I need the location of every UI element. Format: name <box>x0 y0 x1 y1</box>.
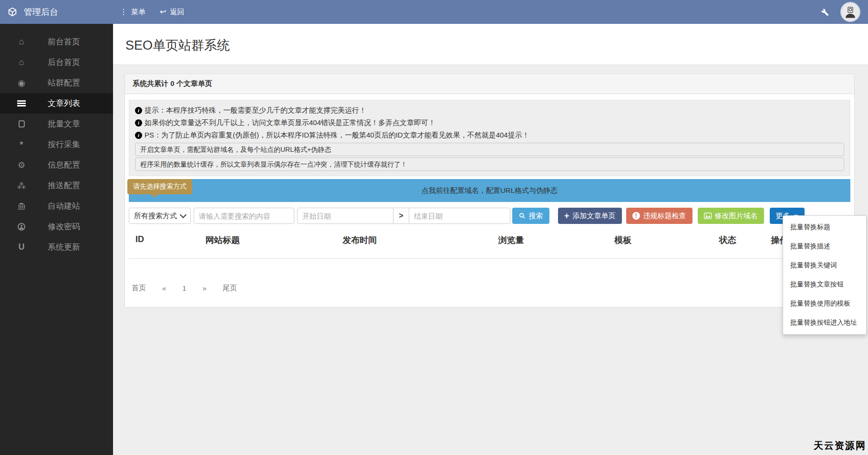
sidebar-item-label: 修改密码 <box>48 221 80 232</box>
menu-item-replace-button-url[interactable]: 批量替换按钮进入地址 <box>783 313 866 332</box>
menu-item-replace-title[interactable]: 批量替换标题 <box>783 218 866 237</box>
end-date-input[interactable] <box>409 208 510 224</box>
sidebar-nav: ⌂ 前台首页 ⌂ 后台首页 ◉ 站群配置 文章列表 批量文章 * 按行采集 ⚙ … <box>0 24 113 455</box>
update-icon: U <box>14 242 29 252</box>
top-navbar: 管理后台 ⋮ 菜单 ↩ 返回 <box>0 0 868 24</box>
title-check-button[interactable]: ! 违规标题检查 <box>626 208 692 224</box>
user-avatar[interactable] <box>840 2 860 22</box>
book-icon <box>14 120 29 127</box>
sidebar-item-label: 站群配置 <box>48 77 80 88</box>
panel-body: i 提示：本程序技巧特殊，一般需要至少几千的文章才能支撑完美运行！ i 如果你的… <box>125 94 854 307</box>
watermark: 天云资源网 <box>814 439 866 452</box>
tip-text: 提示：本程序技巧特殊，一般需要至少几千的文章才能支撑完美运行！ <box>145 104 366 116</box>
info-icon: i <box>135 119 142 127</box>
column-header-template: 模板 <box>562 234 684 246</box>
configure-domain-banner[interactable]: 点我前往配置域名，配置URL格式与伪静态 <box>129 179 850 202</box>
start-date-input[interactable] <box>297 208 393 224</box>
sidebar-item-push-config[interactable]: ⁂ 推送配置 <box>0 175 113 196</box>
menu-item-replace-description[interactable]: 批量替换描述 <box>783 237 866 256</box>
sidebar-item-article-list[interactable]: 文章列表 <box>0 93 113 114</box>
pagination-last[interactable]: 尾页 <box>223 284 237 293</box>
search-toolbar: 所有搜索方式 > 搜索 + 添加文章单页 <box>129 208 850 224</box>
menu-item-replace-keywords[interactable]: 批量替换关键词 <box>783 256 866 275</box>
exclamation-circle-icon: ! <box>632 212 640 220</box>
date-range-group: > <box>297 208 510 224</box>
sidebar-item-line-collect[interactable]: * 按行采集 <box>0 134 113 155</box>
sidebar-item-admin-home[interactable]: ⌂ 后台首页 <box>0 52 113 73</box>
column-header-id: ID <box>129 234 186 246</box>
gear-icon: ⚙ <box>14 160 29 170</box>
pagination-next[interactable]: » <box>203 284 207 292</box>
sidebar-item-label: 系统更新 <box>48 242 80 253</box>
menu-toggle-button[interactable]: ⋮ 菜单 <box>120 8 145 17</box>
magnifier-icon <box>519 212 526 219</box>
add-article-label: 添加文章单页 <box>573 212 616 221</box>
plus-icon: + <box>564 212 569 220</box>
cube-icon <box>7 7 18 17</box>
tip-text: 如果你的文章量达不到几千以上，访问文章单页显示404错误是正常情况！多弄点文章即… <box>145 116 435 129</box>
table-header-row: ID 网站标题 发布时间 浏览量 模板 状态 操作 <box>129 232 850 259</box>
back-button[interactable]: ↩ 返回 <box>160 8 184 17</box>
page-title: SEO单页站群系统 <box>125 37 868 54</box>
pagination-page-1[interactable]: 1 <box>182 284 186 292</box>
menu-label: 菜单 <box>131 8 145 17</box>
image-domain-button[interactable]: 修改图片域名 <box>698 208 764 224</box>
sidebar-item-auto-build[interactable]: 自动建站 <box>0 196 113 216</box>
globe-icon: ◉ <box>14 78 29 88</box>
date-separator: > <box>393 208 409 224</box>
sidebar-item-label: 信息配置 <box>48 159 80 170</box>
search-mode-value: 所有搜索方式 <box>134 212 177 221</box>
pagination-first[interactable]: 首页 <box>132 284 146 293</box>
wrench-icon[interactable] <box>821 8 829 16</box>
sidebar-item-label: 前台首页 <box>48 36 80 47</box>
user-icon <box>14 223 29 231</box>
tip-line: i PS：为了防止单页内容重复(伪原创)，所以本程序ID算法特殊，一般第40页后… <box>135 129 844 141</box>
image-icon <box>704 212 712 219</box>
tip-line: i 提示：本程序技巧特殊，一般需要至少几千的文章才能支撑完美运行！ <box>135 104 844 116</box>
image-domain-label: 修改图片域名 <box>715 212 758 221</box>
search-mode-select[interactable]: 所有搜索方式 <box>129 208 191 224</box>
paw-icon: ⁂ <box>14 180 29 191</box>
dots-icon: ⋮ <box>120 8 127 16</box>
tips-well: i 提示：本程序技巧特殊，一般需要至少几千的文章才能支撑完美运行！ i 如果你的… <box>129 100 850 176</box>
sidebar-item-label: 按行采集 <box>48 139 80 150</box>
home-icon: ⌂ <box>14 37 29 47</box>
search-mode-tooltip: 请先选择搜索方式 <box>127 179 192 194</box>
reply-icon: ↩ <box>160 8 166 16</box>
main-content: SEO单页站群系统 系统共累计 0 个文章单页 i 提示：本程序技巧特殊，一般需… <box>113 24 868 455</box>
add-article-button[interactable]: + 添加文章单页 <box>558 208 622 224</box>
search-button[interactable]: 搜索 <box>512 208 549 224</box>
back-label: 返回 <box>170 8 184 17</box>
app-title: 管理后台 <box>24 6 58 18</box>
app-brand[interactable]: 管理后台 <box>0 6 113 18</box>
search-input[interactable] <box>194 208 294 224</box>
articles-panel: 系统共累计 0 个文章单页 i 提示：本程序技巧特殊，一般需要至少几千的文章才能… <box>124 74 855 307</box>
column-header-title: 网站标题 <box>186 234 258 246</box>
tip-text: PS：为了防止单页内容重复(伪原创)，所以本程序ID算法特殊，一般第40页后的I… <box>145 129 529 141</box>
menu-item-replace-article-button[interactable]: 批量替换文章按钮 <box>783 275 866 294</box>
chevron-down-icon <box>180 212 186 218</box>
menu-item-replace-template[interactable]: 批量替换使用的模板 <box>783 294 866 313</box>
column-header-status: 状态 <box>684 234 771 246</box>
sidebar-item-front-home[interactable]: ⌂ 前台首页 <box>0 32 113 52</box>
sidebar-item-sites-config[interactable]: ◉ 站群配置 <box>0 73 113 93</box>
pagination-prev[interactable]: « <box>162 284 166 292</box>
sidebar-item-change-password[interactable]: 修改密码 <box>0 216 113 237</box>
sidebar-item-label: 推送配置 <box>48 180 80 191</box>
sidebar-item-batch-articles[interactable]: 批量文章 <box>0 114 113 134</box>
sidebar-item-info-config[interactable]: ⚙ 信息配置 <box>0 155 113 175</box>
title-bar: SEO单页站群系统 <box>113 24 868 65</box>
asterisk-icon: * <box>14 142 29 147</box>
column-header-views: 浏览量 <box>461 234 562 246</box>
info-icon: i <box>135 107 142 114</box>
panel-heading: 系统共累计 0 个文章单页 <box>125 74 854 94</box>
more-dropdown-menu: 批量替换标题 批量替换描述 批量替换关键词 批量替换文章按钮 批量替换使用的模板… <box>783 215 867 335</box>
home-icon: ⌂ <box>14 57 29 67</box>
sidebar-item-label: 批量文章 <box>48 118 80 129</box>
navbar-right <box>821 2 868 22</box>
title-check-label: 违规标题检查 <box>643 212 686 221</box>
note-box: 程序采用的数量统计缓存，所以文章列表显示偶尔存在一点冲突，清理下统计缓存就行了！ <box>135 158 844 171</box>
info-icon: i <box>135 132 142 139</box>
sidebar-item-system-update[interactable]: U 系统更新 <box>0 237 113 257</box>
sidebar-item-label: 文章列表 <box>48 98 80 109</box>
